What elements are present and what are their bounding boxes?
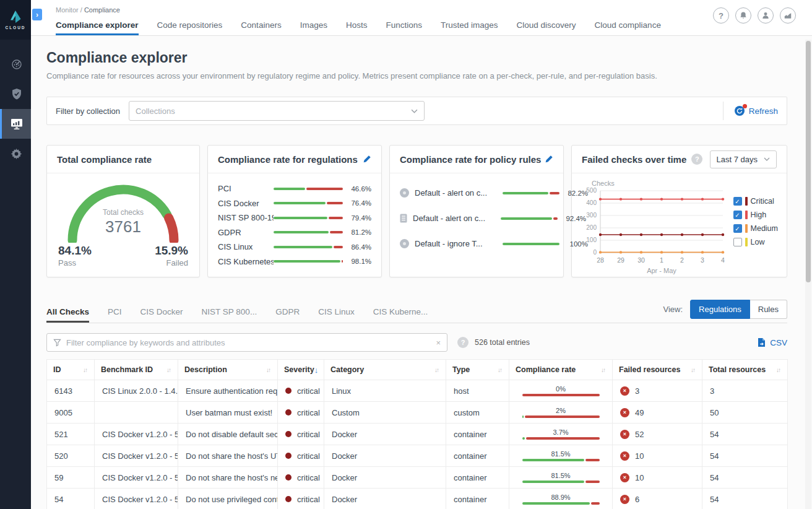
usage-stats-icon[interactable] xyxy=(780,7,796,24)
legend-item-low[interactable]: Low xyxy=(733,238,778,246)
collections-select[interactable]: Collections xyxy=(129,101,425,121)
checked-checkbox[interactable]: ✓ xyxy=(733,197,742,206)
sidebar-item-radars[interactable] xyxy=(0,50,31,79)
sidebar-expand-button[interactable]: › xyxy=(32,9,42,20)
sort-icon[interactable]: ↓↑ xyxy=(691,367,696,373)
policy-rule-row[interactable]: Default - ignore T...100% xyxy=(400,239,553,248)
regulation-row[interactable]: CIS Docker76.4% xyxy=(218,196,371,211)
chevron-down-icon xyxy=(764,157,770,161)
checks-tab-pci[interactable]: PCI xyxy=(108,307,122,323)
checks-tab-cis-kuberne[interactable]: CIS Kuberne... xyxy=(373,307,428,323)
regulations-card: Compliance rate for regulations PCI46.6%… xyxy=(207,145,382,277)
bar-pass-segment xyxy=(274,260,340,263)
legend-item-critical[interactable]: ✓Critical xyxy=(733,197,778,206)
time-range-select[interactable]: Last 7 days xyxy=(710,150,777,168)
policy-rule-row[interactable]: Default - alert on c...82.2% xyxy=(400,188,553,198)
cell-compliance-rate: 88.9% xyxy=(509,489,613,509)
column-header-compliance-rate[interactable]: Compliance rate↓↑ xyxy=(509,360,613,380)
regulation-row[interactable]: GDPR81.2% xyxy=(218,225,371,240)
checks-tab-nist-sp-800[interactable]: NIST SP 800... xyxy=(202,307,257,323)
regulation-row[interactable]: CIS Linux86.4% xyxy=(218,240,371,254)
column-label: Compliance rate xyxy=(516,365,576,374)
policy-rule-row[interactable]: Default - alert on c...92.4% xyxy=(400,214,553,223)
sort-icon[interactable]: ↓↑ xyxy=(83,367,88,373)
sort-icon[interactable]: ↓↑ xyxy=(776,367,781,373)
app-root: CLOUD › Monitor / Compliance Compl xyxy=(0,0,812,509)
view-regulations-button[interactable]: Regulations xyxy=(690,300,750,319)
severity-value: critical xyxy=(285,473,316,482)
sidebar-item-defend[interactable] xyxy=(0,79,31,109)
sort-icon[interactable]: ↓↑ xyxy=(601,367,606,373)
compliance-rate-cell: 0% xyxy=(517,385,605,396)
table-row[interactable]: 520CIS Docker v1.2.0 - 5.20Do not share … xyxy=(47,445,788,467)
sort-icon[interactable]: ↓↑ xyxy=(434,367,439,373)
checks-tab-gdpr[interactable]: GDPR xyxy=(275,307,300,323)
notifications-bell-icon[interactable] xyxy=(735,7,751,24)
column-header-id[interactable]: ID↓↑ xyxy=(47,360,95,380)
compliance-filter-input[interactable] xyxy=(66,338,431,347)
tab-compliance-explorer[interactable]: Compliance explorer xyxy=(56,20,139,35)
table-row[interactable]: 521CIS Docker v1.2.0 - 5.21Do not disabl… xyxy=(47,424,788,445)
gauge-total-checks: 3761 xyxy=(55,217,191,237)
view-rules-button[interactable]: Rules xyxy=(750,300,787,319)
regulation-row[interactable]: NIST SP 800-19079.4% xyxy=(218,211,371,225)
checked-checkbox[interactable]: ✓ xyxy=(733,211,742,219)
table-row[interactable]: 54CIS Docker v1.2.0 - 5.4Do not use priv… xyxy=(47,489,788,509)
column-header-benchmark-id[interactable]: Benchmark ID↓↑ xyxy=(95,360,178,380)
severity-value: critical xyxy=(285,386,316,396)
column-header-type[interactable]: Type↓↑ xyxy=(446,360,509,380)
legend-item-medium[interactable]: ✓Medium xyxy=(733,224,778,233)
sidebar-item-monitor[interactable] xyxy=(0,109,31,139)
tab-containers[interactable]: Containers xyxy=(241,20,281,35)
clear-filter-icon[interactable]: × xyxy=(436,338,441,347)
sort-icon[interactable]: ↓↑ xyxy=(266,367,271,373)
tab-trusted-images[interactable]: Trusted images xyxy=(441,20,498,35)
failed-checks-help-icon[interactable]: ? xyxy=(691,154,702,165)
failed-resources-value: ×6 xyxy=(620,495,694,504)
column-header-failed-resources[interactable]: Failed resources↓↑ xyxy=(613,360,702,380)
checks-tab-cis-linux[interactable]: CIS Linux xyxy=(318,307,355,323)
refresh-button[interactable]: Refresh xyxy=(735,106,778,116)
cell-category: Docker xyxy=(324,467,446,489)
sort-icon[interactable]: ↓↑ xyxy=(166,367,171,373)
unchecked-checkbox[interactable] xyxy=(733,238,742,246)
regulation-pct: 79.4% xyxy=(343,214,371,222)
help-icon[interactable]: ? xyxy=(713,7,729,24)
column-header-description[interactable]: Description↓↑ xyxy=(178,360,278,380)
table-row[interactable]: 9005User batman must exist!criticalCusto… xyxy=(47,402,788,424)
tab-functions[interactable]: Functions xyxy=(386,20,422,35)
regulation-row[interactable]: CIS Kubernetes98.1% xyxy=(218,254,371,269)
tab-images[interactable]: Images xyxy=(300,20,327,35)
rate-pass-segment xyxy=(522,415,524,418)
table-row[interactable]: 6143CIS Linux 2.0.0 - 1.4.3Ensure authen… xyxy=(47,380,788,402)
profile-icon[interactable] xyxy=(758,7,774,24)
legend-item-high[interactable]: ✓High xyxy=(733,211,778,219)
edit-policy-rules-pencil-icon[interactable] xyxy=(545,155,553,163)
checks-tab-all-checks[interactable]: All Checks xyxy=(46,307,89,323)
tab-cloud-discovery[interactable]: Cloud discovery xyxy=(517,20,576,35)
sidebar-item-manage[interactable] xyxy=(0,139,31,168)
column-header-category[interactable]: Category↓↑ xyxy=(324,360,446,380)
tab-hosts[interactable]: Hosts xyxy=(346,20,368,35)
svg-text:0: 0 xyxy=(593,249,597,256)
compliance-table: ID↓↑Benchmark ID↓↑Description↓↑Severity↓… xyxy=(46,359,788,509)
checks-tab-cis-docker[interactable]: CIS Docker xyxy=(140,307,183,323)
csv-export-button[interactable]: CSV xyxy=(757,337,787,347)
fail-pct: 15.9% xyxy=(155,244,188,258)
tab-cloud-compliance[interactable]: Cloud compliance xyxy=(595,20,661,35)
sort-active-down-icon[interactable]: ↓ xyxy=(314,365,320,375)
app-logo[interactable]: CLOUD xyxy=(0,0,31,40)
column-header-content: ID↓↑ xyxy=(53,365,88,374)
checked-checkbox[interactable]: ✓ xyxy=(733,224,742,233)
table-row[interactable]: 59CIS Docker v1.2.0 - 5.9Do not share th… xyxy=(47,467,788,489)
breadcrumb-section[interactable]: Monitor xyxy=(56,6,79,14)
column-header-total-resources[interactable]: Total resources↓↑ xyxy=(702,360,788,380)
tab-code-repositories[interactable]: Code repositories xyxy=(157,20,223,35)
regulation-row[interactable]: PCI46.6% xyxy=(218,181,371,196)
edit-regulations-pencil-icon[interactable] xyxy=(363,155,371,163)
column-header-severity[interactable]: Severity↓ xyxy=(278,360,324,380)
scrollbar-thumb[interactable] xyxy=(806,41,811,282)
filter-help-icon[interactable]: ? xyxy=(457,337,469,348)
sort-icon[interactable]: ↓↑ xyxy=(498,367,503,373)
vertical-scrollbar[interactable] xyxy=(805,40,811,509)
